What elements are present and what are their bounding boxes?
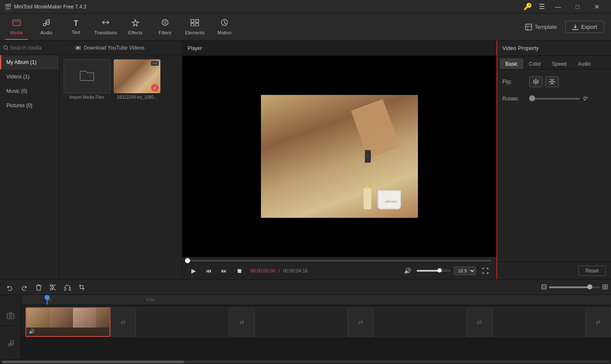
download-youtube-button[interactable]: Download YouTube Videos [75,45,144,51]
skip-back-button[interactable]: ⏮ [203,265,215,277]
cut-button[interactable] [47,281,59,293]
volume-icon[interactable]: 🔊 [401,265,413,277]
search-input[interactable] [10,45,65,51]
video-property-header: Video Property [497,41,611,56]
vp-tab-speed[interactable]: Speed [547,58,572,69]
vp-audio-label: Audio [578,61,591,67]
zoom-in-icon[interactable] [603,284,608,291]
empty-clip-3[interactable] [373,307,467,337]
controls-row: ▶ ⏮ ⏭ ⏹ 00:00:00:00 / 00:00:04:16 🔊 16:9… [188,265,491,277]
flip-horizontal-button[interactable] [529,76,543,87]
play-button[interactable]: ▶ [188,265,199,277]
right-panel: Video Property Basic Color Speed Audio F… [496,41,611,279]
toolbar-item-media[interactable]: Media [2,14,31,40]
toolbar-item-audio[interactable]: Audio [31,14,61,40]
close-button[interactable]: ✕ [587,0,607,14]
collapse-handle[interactable]: › [365,150,371,163]
vp-content: Flip: Rotate: 0° [497,69,611,262]
scrollbar-thumb[interactable] [2,361,184,363]
skip-forward-button[interactable]: ⏭ [218,265,230,277]
media-icon [12,19,21,28]
svg-rect-5 [191,19,194,22]
empty-clip-1[interactable] [136,307,229,337]
empty-clip-2[interactable] [255,307,348,337]
sidebar-item-videos[interactable]: Videos (1) [0,69,59,84]
media-thumbnail[interactable]: HD ✓ [114,59,160,93]
volume-thumb [437,268,442,272]
vp-tab-basic[interactable]: Basic [500,58,523,69]
redo-button[interactable] [18,281,31,293]
titlebar: 🎬 MiniTool MovieMaker Free 7.4.3 🔑 ☰ — □… [0,0,611,14]
selected-check: ✓ [151,84,159,92]
transition-icon-3: ⇄ [358,319,363,325]
main-area: | Download YouTube Videos My Album (1) V… [0,41,611,279]
reset-button[interactable]: Reset [578,266,606,276]
video-clip[interactable]: 🔊 [25,307,110,337]
media-file-card[interactable]: HD ✓ 19312249-hd_1080... [114,59,160,100]
scrollbar-track[interactable] [2,361,609,363]
fullscreen-button[interactable] [479,265,491,277]
import-media-card[interactable]: Import Media Files [64,59,110,100]
toolbar-item-elements[interactable]: Elements [180,14,210,40]
headphone-button[interactable] [61,281,74,293]
import-box[interactable] [64,59,110,93]
template-button[interactable]: Template [520,21,562,33]
aspect-ratio-select[interactable]: 16:9 4:3 1:1 9:16 [454,267,476,275]
audio-icon [42,19,50,28]
transition-slot-5[interactable]: ⇄ [586,307,611,337]
maximize-button[interactable]: □ [568,0,587,14]
progress-bar[interactable] [188,260,491,261]
crop-button[interactable] [76,281,88,293]
empty-clip-4[interactable] [492,307,586,337]
flip-vertical-button[interactable] [545,76,559,87]
media-file-label: 19312249-hd_1080... [114,95,160,100]
sidebar-item-album[interactable]: My Album (1) [0,55,59,69]
sidebar-item-music[interactable]: Music (0) [0,84,59,98]
transition-slot-1[interactable]: ⇄ [110,307,136,337]
transition-slot-3[interactable]: ⇄ [348,307,373,337]
sidebar-item-pictures[interactable]: Pictures (0) [0,98,59,113]
toolbar-item-effects[interactable]: Effects [121,14,150,40]
transition-slot-4[interactable]: ⇄ [467,307,492,337]
export-button[interactable]: Export [565,21,604,33]
svg-point-23 [9,315,12,317]
zoom-out-icon[interactable] [541,284,547,291]
transition-icon-2: ⇄ [239,319,244,325]
progress-thumb[interactable] [185,258,190,263]
rotate-row: Rotate: 0° [502,96,606,102]
video-frame: with love [261,95,418,218]
transition-icon-1: ⇄ [121,319,126,325]
zoom-thumb [587,284,592,289]
volume-slider[interactable] [417,270,451,272]
rotate-value: 0° [583,96,595,102]
filmstrip-frame-3 [73,308,96,328]
toolbar-item-motion[interactable]: Motion [210,14,239,40]
filmstrip [26,308,109,328]
zoom-slider[interactable] [549,286,600,288]
toolbar-item-text[interactable]: T Text [61,14,91,40]
flip-h-icon [532,78,540,86]
vp-tab-color[interactable]: Color [523,58,547,69]
tl-music-icon[interactable] [0,326,21,359]
filmstrip-frame-1 [26,308,50,328]
delete-button[interactable] [32,281,45,293]
stop-button[interactable]: ⏹ [233,265,245,277]
tl-snapshot-icon[interactable] [0,305,21,326]
transition-icon-5: ⇄ [596,319,601,325]
undo-button[interactable] [3,281,16,293]
rotate-slider[interactable] [529,98,580,100]
left-panel: | Download YouTube Videos My Album (1) V… [0,41,182,279]
menu-icon[interactable]: ☰ [539,3,545,11]
transition-slot-2[interactable]: ⇄ [229,307,255,337]
svg-point-1 [43,23,46,26]
vp-tab-audio[interactable]: Audio [572,58,597,69]
svg-rect-9 [526,24,532,30]
filters-icon [161,19,169,28]
transitions-icon [101,19,110,28]
toolbar-item-filters[interactable]: Filters [150,14,180,40]
toolbar-item-transitions[interactable]: Transitions [91,14,121,40]
svg-marker-3 [132,19,139,26]
tl-playhead[interactable] [47,295,48,305]
minimize-button[interactable]: — [548,0,568,14]
rotate-thumb [529,95,535,101]
